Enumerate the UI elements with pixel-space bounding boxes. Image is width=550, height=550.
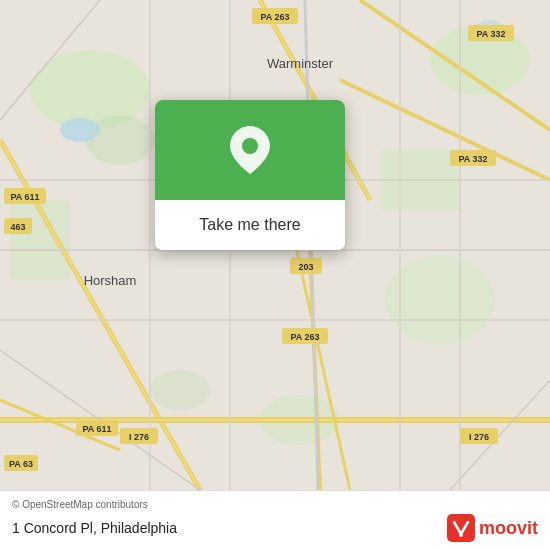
svg-text:PA 611: PA 611 [10, 192, 39, 202]
svg-text:I 276: I 276 [129, 432, 149, 442]
svg-text:I 276: I 276 [469, 432, 489, 442]
svg-text:PA 332: PA 332 [476, 29, 505, 39]
svg-text:PA 263: PA 263 [290, 332, 319, 342]
bottom-bar: © OpenStreetMap contributors 1 Concord P… [0, 490, 550, 550]
moovit-brand-icon [447, 514, 475, 542]
svg-point-57 [242, 138, 258, 154]
address-text: 1 Concord Pl, Philadelphia [12, 520, 177, 536]
location-pin-icon [228, 128, 272, 172]
moovit-logo: moovit [447, 514, 538, 542]
popup-map-section [155, 100, 345, 200]
osm-credit: © OpenStreetMap contributors [12, 499, 538, 510]
svg-text:Warminster: Warminster [267, 56, 334, 71]
svg-text:PA 263: PA 263 [260, 12, 289, 22]
svg-text:PA 611: PA 611 [82, 424, 111, 434]
take-me-there-button[interactable]: Take me there [191, 212, 308, 238]
svg-text:PA 332: PA 332 [458, 154, 487, 164]
moovit-label: moovit [479, 518, 538, 539]
address-row: 1 Concord Pl, Philadelphia moovit [12, 514, 538, 542]
svg-rect-58 [447, 514, 475, 542]
svg-text:Horsham: Horsham [84, 273, 137, 288]
svg-point-8 [150, 370, 210, 410]
svg-point-4 [385, 255, 495, 345]
svg-point-9 [60, 118, 100, 142]
map-container: PA 263 PA 611 PA 332 PA 332 463 203 PA 2… [0, 0, 550, 490]
svg-text:203: 203 [298, 262, 313, 272]
popup-button-section[interactable]: Take me there [155, 200, 345, 250]
svg-text:463: 463 [10, 222, 25, 232]
svg-point-59 [459, 533, 463, 537]
svg-text:PA 63: PA 63 [9, 459, 33, 469]
popup-card: Take me there [155, 100, 345, 250]
